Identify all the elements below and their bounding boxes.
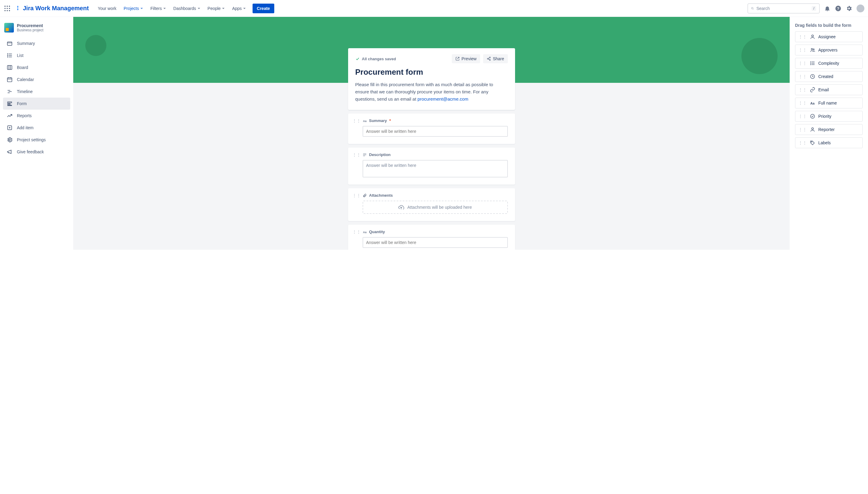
svg-text:Aa: Aa xyxy=(810,101,815,105)
summary-input[interactable] xyxy=(363,126,508,137)
help-icon[interactable]: ? xyxy=(835,5,842,12)
palette-chip-priority[interactable]: ⋮⋮Priority xyxy=(795,111,863,122)
drag-handle-icon: ⋮⋮ xyxy=(798,127,807,132)
sidebar: Procurement Business project Summary Lis… xyxy=(0,17,73,250)
svg-point-61 xyxy=(810,62,811,62)
share-icon xyxy=(487,57,491,61)
svg-point-19 xyxy=(7,55,8,56)
drag-handle-icon[interactable]: ⋮⋮ xyxy=(352,193,361,198)
notifications-icon[interactable] xyxy=(824,5,831,12)
attachments-dropzone[interactable]: Attachments will be uploaded here xyxy=(363,201,508,214)
sidebar-item-summary[interactable]: Summary xyxy=(3,37,70,50)
field-label: Description xyxy=(363,152,508,157)
sidebar-item-add-item[interactable]: Add item xyxy=(3,122,70,134)
sidebar-item-reports[interactable]: Reports xyxy=(3,110,70,122)
palette-chip-created[interactable]: ⋮⋮Created xyxy=(795,71,863,82)
form-description-link[interactable]: procurement@acme.com xyxy=(418,96,468,101)
main: All changes saved Preview Share Procurem… xyxy=(73,17,790,250)
app-switcher-icon[interactable] xyxy=(4,5,11,12)
add-icon xyxy=(7,125,13,131)
drag-handle-icon[interactable]: ⋮⋮ xyxy=(352,152,361,157)
drag-handle-icon: ⋮⋮ xyxy=(798,87,807,92)
priority-icon xyxy=(810,114,815,119)
svg-point-40 xyxy=(490,59,491,60)
chevron-down-icon xyxy=(198,7,200,10)
form-description[interactable]: Please fill in this procurement form wit… xyxy=(355,81,508,103)
form-title[interactable]: Procurement form xyxy=(355,68,508,77)
palette-chip-labels[interactable]: ⋮⋮Labels xyxy=(795,137,863,148)
palette-chip-reporter[interactable]: ⋮⋮Reporter xyxy=(795,124,863,135)
svg-rect-13 xyxy=(7,42,12,45)
text-icon: Aa xyxy=(363,230,367,234)
search-field[interactable] xyxy=(756,6,809,11)
svg-point-18 xyxy=(7,54,8,54)
drag-handle-icon[interactable]: ⋮⋮ xyxy=(352,230,361,234)
product-logo[interactable]: Jira Work Management xyxy=(15,5,89,12)
nav-item-your-work[interactable]: Your work xyxy=(95,4,119,13)
preview-button[interactable]: Preview xyxy=(452,54,480,63)
form-field-quantity[interactable]: ⋮⋮ Aa Quantity xyxy=(348,225,515,250)
sidebar-item-board[interactable]: Board xyxy=(3,61,70,74)
search-icon xyxy=(751,6,754,11)
project-icon xyxy=(4,23,14,33)
svg-point-37 xyxy=(9,139,11,141)
svg-point-2 xyxy=(9,5,10,7)
svg-text:?: ? xyxy=(837,6,839,11)
timeline-icon xyxy=(7,89,13,95)
sidebar-item-form[interactable]: Form xyxy=(3,98,70,110)
chevron-down-icon xyxy=(243,7,246,10)
gear-icon xyxy=(7,137,13,143)
create-button[interactable]: Create xyxy=(253,4,274,13)
svg-line-42 xyxy=(488,59,490,60)
nav-item-filters[interactable]: Filters xyxy=(147,4,169,13)
save-status: All changes saved xyxy=(355,57,396,61)
nav-item-projects[interactable]: Projects xyxy=(121,4,146,13)
text-icon: Aa xyxy=(363,119,367,123)
palette-chip-full-name[interactable]: ⋮⋮AaFull name xyxy=(795,98,863,109)
svg-point-9 xyxy=(751,7,753,9)
check-icon xyxy=(355,57,359,61)
palette-chip-complexity[interactable]: ⋮⋮Complexity xyxy=(795,58,863,69)
paragraph-icon xyxy=(363,153,367,157)
form-field-description[interactable]: ⋮⋮ Description Answer will be written he… xyxy=(348,148,515,185)
drag-handle-icon[interactable]: ⋮⋮ xyxy=(352,118,361,123)
description-input[interactable]: Answer will be written here xyxy=(363,160,508,177)
user-avatar[interactable] xyxy=(856,4,864,12)
palette-chip-email[interactable]: ⋮⋮Email xyxy=(795,84,863,95)
svg-point-66 xyxy=(810,114,815,118)
svg-point-56 xyxy=(811,49,813,50)
megaphone-icon xyxy=(7,149,13,155)
sidebar-item-calendar[interactable]: Calendar xyxy=(3,74,70,86)
share-button[interactable]: Share xyxy=(483,54,507,63)
person-icon xyxy=(810,34,815,39)
form-field-summary[interactable]: ⋮⋮ Aa Summary* xyxy=(348,114,515,144)
project-header[interactable]: Procurement Business project xyxy=(3,23,70,37)
svg-line-41 xyxy=(488,58,490,58)
palette-chip-approvers[interactable]: ⋮⋮Approvers xyxy=(795,44,863,55)
svg-point-38 xyxy=(490,57,491,58)
sidebar-item-timeline[interactable]: Timeline xyxy=(3,86,70,98)
form-field-attachments[interactable]: ⋮⋮ Attachments Attachments will be uploa… xyxy=(348,188,515,221)
svg-point-39 xyxy=(487,58,488,59)
chevron-down-icon xyxy=(163,7,166,10)
sidebar-item-give-feedback[interactable]: Give feedback xyxy=(3,146,70,158)
palette-chip-assignee[interactable]: ⋮⋮Assignee xyxy=(795,31,863,42)
link-icon xyxy=(810,87,815,93)
quantity-input[interactable] xyxy=(363,237,508,248)
drag-handle-icon: ⋮⋮ xyxy=(798,140,807,145)
nav-item-dashboards[interactable]: Dashboards xyxy=(170,4,203,13)
sidebar-item-project-settings[interactable]: Project settings xyxy=(3,134,70,146)
drag-handle-icon: ⋮⋮ xyxy=(798,61,807,66)
person-icon xyxy=(810,127,815,132)
sidebar-item-list[interactable]: List xyxy=(3,50,70,61)
search-shortcut-hint: / xyxy=(812,6,816,11)
tag-icon xyxy=(810,140,815,146)
nav-item-apps[interactable]: Apps xyxy=(229,4,249,13)
svg-rect-32 xyxy=(7,103,10,104)
product-name: Jira Work Management xyxy=(23,5,89,12)
external-link-icon xyxy=(456,57,460,61)
svg-point-4 xyxy=(7,8,8,9)
settings-icon[interactable] xyxy=(846,5,852,12)
search-input[interactable]: / xyxy=(747,3,820,14)
nav-item-people[interactable]: People xyxy=(205,4,228,13)
